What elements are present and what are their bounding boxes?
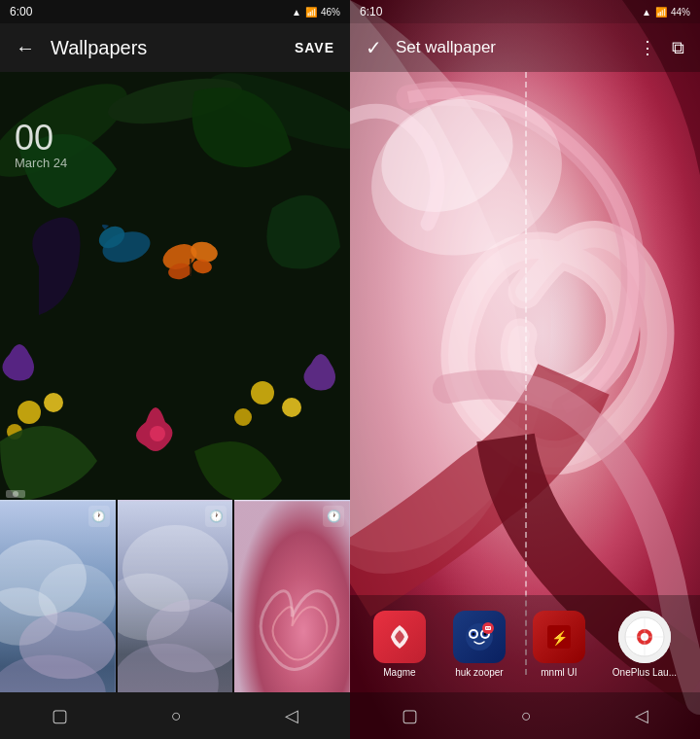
right-nav-bar: ▢ ○ ◁ bbox=[350, 692, 700, 739]
svg-point-16 bbox=[234, 408, 252, 426]
magme-label: Magme bbox=[383, 667, 415, 678]
svg-point-11 bbox=[18, 401, 41, 424]
recent-apps-button[interactable]: ▢ bbox=[52, 705, 68, 726]
right-time: 6:10 bbox=[360, 5, 382, 18]
left-panel: 6:00 ▲ 📶 46% ← Wallpapers SAVE bbox=[0, 0, 350, 739]
crop-divider-line bbox=[525, 72, 527, 675]
featured-wallpaper[interactable]: 00 March 24 bbox=[0, 72, 350, 500]
right-toolbar-left: ✓ Set wallpaper bbox=[366, 36, 496, 59]
app-huk-zooper[interactable]: huk zooper bbox=[453, 611, 506, 678]
mnml-label: mnml UI bbox=[541, 667, 577, 678]
huk-icon[interactable] bbox=[453, 611, 506, 663]
wallpapers-title: Wallpapers bbox=[51, 37, 147, 59]
oneplus-icon[interactable] bbox=[618, 611, 671, 663]
right-signal-icon: ▲ bbox=[642, 7, 651, 18]
svg-rect-32 bbox=[234, 501, 350, 692]
svg-point-14 bbox=[251, 381, 274, 405]
svg-text:⚡: ⚡ bbox=[550, 630, 568, 647]
clock-badge-3: 🕐 bbox=[323, 506, 344, 527]
wallpaper-grid: 00 March 24 bbox=[0, 72, 350, 692]
right-status-icons: ▲ 📶 44% bbox=[642, 7, 690, 18]
right-recent-apps-button[interactable]: ▢ bbox=[402, 705, 418, 726]
time-overlay: 00 March 24 bbox=[15, 121, 67, 170]
app-oneplus-launcher[interactable]: OnePlus Lau... bbox=[612, 611, 677, 678]
app-magme[interactable]: Magme bbox=[373, 611, 426, 678]
svg-point-17 bbox=[150, 426, 165, 441]
small-wallpaper-3[interactable]: 🕐 bbox=[232, 500, 350, 692]
svg-point-12 bbox=[44, 393, 63, 412]
mnml-icon[interactable]: ⚡ bbox=[533, 611, 585, 663]
svg-point-43 bbox=[472, 632, 474, 635]
layers-button[interactable]: ⧉ bbox=[672, 38, 684, 58]
right-status-bar: 6:10 ▲ 📶 44% bbox=[350, 0, 700, 23]
left-status-icons: ▲ 📶 46% bbox=[292, 7, 340, 18]
signal-icon: ▲ bbox=[292, 7, 301, 18]
svg-point-49 bbox=[489, 627, 490, 628]
left-toolbar-left: ← Wallpapers bbox=[16, 37, 147, 59]
oneplus-label: OnePlus Lau... bbox=[612, 667, 677, 678]
svg-point-47 bbox=[486, 627, 487, 628]
clock-display: 00 bbox=[15, 121, 67, 156]
right-battery: 44% bbox=[671, 7, 690, 18]
small-wallpaper-1[interactable]: 🕐 bbox=[0, 500, 116, 692]
save-button[interactable]: SAVE bbox=[295, 40, 334, 55]
clock-badge-1: 🕐 bbox=[88, 506, 110, 527]
back-nav-button[interactable]: ◁ bbox=[285, 705, 298, 726]
clock-badge-2: 🕐 bbox=[205, 506, 227, 527]
right-wifi-icon: 📶 bbox=[655, 7, 667, 18]
right-back-nav-button[interactable]: ◁ bbox=[635, 705, 648, 726]
app-mnml-ui[interactable]: ⚡ mnml UI bbox=[533, 611, 585, 678]
right-toolbar-right: ⋮ ⧉ bbox=[639, 37, 684, 58]
app-dock: Magme bbox=[350, 595, 700, 692]
confirm-button[interactable]: ✓ bbox=[366, 36, 382, 59]
huk-label: huk zooper bbox=[455, 667, 503, 678]
back-button[interactable]: ← bbox=[16, 37, 35, 59]
right-toolbar: ✓ Set wallpaper ⋮ ⧉ bbox=[350, 23, 700, 72]
left-nav-bar: ▢ ○ ◁ bbox=[0, 692, 350, 739]
right-home-button[interactable]: ○ bbox=[521, 706, 532, 726]
svg-point-48 bbox=[487, 627, 488, 628]
left-status-bar: 6:00 ▲ 📶 46% bbox=[0, 0, 350, 23]
home-button[interactable]: ○ bbox=[171, 706, 182, 726]
small-wallpaper-row: 🕐 bbox=[0, 500, 350, 692]
left-toolbar: ← Wallpapers SAVE bbox=[0, 23, 350, 72]
magme-icon[interactable] bbox=[373, 611, 426, 663]
svg-point-19 bbox=[13, 491, 18, 497]
more-options-button[interactable]: ⋮ bbox=[639, 37, 656, 58]
left-time: 6:00 bbox=[10, 5, 32, 18]
set-wallpaper-title: Set wallpaper bbox=[396, 38, 496, 57]
date-display: March 24 bbox=[15, 156, 67, 170]
right-panel: 6:10 ▲ 📶 44% ✓ Set wallpaper ⋮ ⧉ Ma bbox=[350, 0, 700, 739]
left-battery: 46% bbox=[321, 7, 340, 18]
small-wallpaper-2[interactable]: 🕐 bbox=[116, 500, 233, 692]
svg-point-15 bbox=[282, 398, 301, 417]
wifi-icon: 📶 bbox=[305, 7, 317, 18]
